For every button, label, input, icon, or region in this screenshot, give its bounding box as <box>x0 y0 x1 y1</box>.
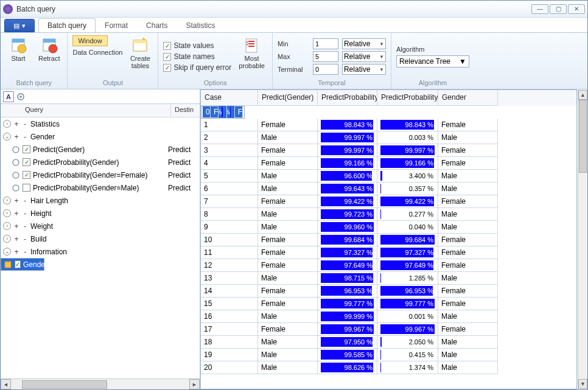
table-row[interactable]: 9Male99.960 %0.040 %Male <box>201 221 576 234</box>
hscrollbar[interactable]: ◄ ► <box>1 378 200 389</box>
skip-error-checkbox[interactable]: ✓Skip if query error <box>163 63 231 72</box>
checkbox[interactable] <box>23 184 30 192</box>
terminal-mode-select[interactable]: Relative▼ <box>342 64 386 75</box>
app-icon <box>3 4 13 14</box>
table-row[interactable]: 20Male98.626 %1.374 %Male <box>201 361 576 374</box>
chevron-icon[interactable] <box>3 197 11 204</box>
table-row[interactable]: 11Female97.327 %97.327 %Female <box>201 246 576 259</box>
window-title: Batch query <box>16 5 531 13</box>
retract-button[interactable]: Retract <box>36 35 62 78</box>
scroll-left-icon[interactable]: ◄ <box>1 379 11 389</box>
algorithm-select[interactable]: Relevance Tree▼ <box>396 55 469 68</box>
tab-format[interactable]: Format <box>96 18 137 32</box>
svg-point-2 <box>18 44 26 53</box>
chevron-icon[interactable] <box>3 209 11 217</box>
svg-rect-4 <box>43 39 55 43</box>
table-row[interactable]: 12Female97.649 %97.649 %Female <box>201 259 576 272</box>
minimize-button[interactable]: — <box>531 4 548 14</box>
max-mode-select[interactable]: Relative▼ <box>342 51 386 62</box>
svg-point-10 <box>19 96 22 98</box>
checkbox[interactable] <box>15 260 21 268</box>
scroll-thumb[interactable] <box>22 380 107 389</box>
state-values-checkbox[interactable]: ✓State values <box>163 41 231 50</box>
checkbox[interactable] <box>23 158 30 166</box>
table-row[interactable]: 13Male98.715 %1.285 %Male <box>201 272 576 285</box>
app-menu-button[interactable]: ▤ ▾ <box>4 19 35 32</box>
tree-row[interactable]: PredictProbability(Gender=Male)Predict <box>1 181 200 194</box>
column-header[interactable]: Case <box>201 90 258 106</box>
column-header[interactable]: PredictProbability <box>377 90 438 106</box>
vscrollbar[interactable]: ▲ ▼ <box>578 90 587 389</box>
tree-row[interactable]: PredictProbability(Gender=Female)Predict <box>1 169 200 181</box>
column-header[interactable]: PredictProbability <box>318 90 377 106</box>
column-header[interactable]: Predict(Gender) <box>258 90 318 106</box>
scroll-up-icon[interactable]: ▲ <box>578 90 587 100</box>
checkbox[interactable] <box>23 145 30 153</box>
chevron-icon[interactable] <box>3 222 11 230</box>
create-tables-button[interactable]: Create tables <box>127 35 153 78</box>
table-row[interactable]: 6Male99.643 %0.357 %Male <box>201 183 576 195</box>
tree-row[interactable]: GenderGende <box>1 258 44 271</box>
destination-header[interactable]: Destin <box>170 104 200 117</box>
table-row[interactable]: 3Female99.997 %99.997 %Female <box>201 144 576 157</box>
chevron-icon[interactable] <box>3 248 11 256</box>
table-row[interactable]: 2Male99.997 %0.003 %Male <box>201 131 576 144</box>
table-row[interactable]: 5Male96.600 %3.400 %Male <box>201 170 576 183</box>
chevron-icon[interactable] <box>3 133 11 141</box>
column-header[interactable]: Gender <box>438 90 498 106</box>
table-row[interactable]: 7Female99.422 %99.422 %Female <box>201 195 576 208</box>
table-row[interactable]: 15Female99.777 %99.777 %Female <box>201 298 576 310</box>
most-probable-icon <box>243 37 261 54</box>
checkbox[interactable] <box>23 171 30 179</box>
tab-charts[interactable]: Charts <box>137 18 177 32</box>
table-row[interactable]: 0Female80.919 %80.919 %Female <box>201 106 245 119</box>
scroll-down-icon[interactable]: ▼ <box>578 379 587 389</box>
terminal-input[interactable] <box>313 64 338 75</box>
chevron-icon[interactable] <box>3 120 11 128</box>
table-row[interactable]: 19Male99.585 %0.415 %Male <box>201 349 576 361</box>
tree-row[interactable]: PredictProbability(Gender)Predict <box>1 156 200 169</box>
table-row[interactable]: 14Female96.953 %96.953 %Female <box>201 285 576 298</box>
query-header[interactable]: Query <box>21 104 170 117</box>
algorithm-label: Algorithm <box>396 46 469 53</box>
window-button[interactable]: Window <box>72 35 107 46</box>
table-row[interactable]: 18Male97.950 %2.050 %Male <box>201 336 576 349</box>
table-row[interactable]: 1Female98.843 %98.843 %Female <box>201 119 576 131</box>
tree-row[interactable]: +-Hair Length <box>1 194 200 207</box>
min-mode-select[interactable]: Relative▼ <box>342 38 386 49</box>
tree-row[interactable]: +-Statistics <box>1 117 200 130</box>
svg-rect-15 <box>5 262 11 268</box>
scroll-thumb[interactable] <box>579 100 587 173</box>
max-input[interactable] <box>313 51 338 62</box>
text-tool-button[interactable]: A <box>3 91 14 102</box>
table-row[interactable]: 4Female99.166 %99.166 %Female <box>201 157 576 170</box>
tree-row[interactable]: +-Weight <box>1 220 200 232</box>
tab-batch-query[interactable]: Batch query <box>38 18 96 32</box>
create-tables-icon <box>131 37 149 54</box>
table-row[interactable]: 16Male99.999 %0.001 %Male <box>201 310 576 323</box>
tree-row[interactable]: Predict(Gender)Predict <box>1 143 200 156</box>
tree-row[interactable]: +-Build <box>1 232 200 245</box>
tab-statistics[interactable]: Statistics <box>177 18 224 32</box>
table-row[interactable]: 17Female99.967 %99.967 %Female <box>201 323 576 336</box>
scroll-right-icon[interactable]: ► <box>189 379 200 389</box>
gear-icon[interactable] <box>16 92 25 101</box>
most-probable-button[interactable]: Most probable <box>236 35 267 78</box>
svg-point-12 <box>13 159 19 165</box>
maximize-button[interactable]: ▢ <box>550 4 567 14</box>
tree-row[interactable]: +-Height <box>1 207 200 220</box>
start-button[interactable]: Start <box>5 35 31 78</box>
query-tree: +-Statistics+-GenderPredict(Gender)Predi… <box>1 117 200 378</box>
min-input[interactable] <box>313 38 338 49</box>
titlebar: Batch query — ▢ ✕ <box>1 1 587 18</box>
svg-rect-1 <box>12 39 24 43</box>
data-connection-button[interactable]: Data Connection <box>72 49 122 56</box>
state-names-checkbox[interactable]: ✓State names <box>163 52 231 61</box>
tree-row[interactable]: +-Information <box>1 245 200 258</box>
chevron-icon[interactable] <box>3 235 11 243</box>
table-row[interactable]: 8Male99.723 %0.277 %Male <box>201 208 576 221</box>
results-grid: CasePredict(Gender)PredictProbabilityPre… <box>200 89 577 389</box>
tree-row[interactable]: +-Gender <box>1 130 200 143</box>
table-row[interactable]: 10Female99.684 %99.684 %Female <box>201 234 576 246</box>
close-button[interactable]: ✕ <box>568 4 585 14</box>
